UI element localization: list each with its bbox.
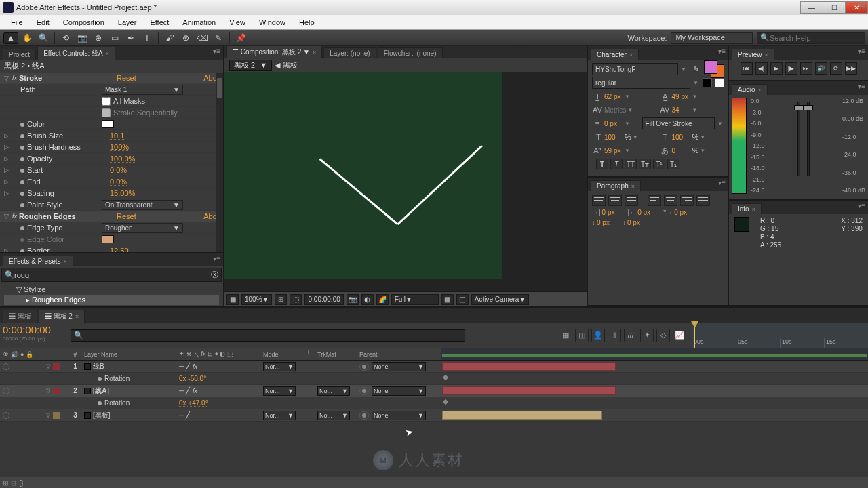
auto-keyframe-icon[interactable]: ◇ bbox=[656, 329, 670, 342]
layer-label[interactable] bbox=[53, 363, 60, 370]
brainstorm-icon[interactable]: ✦ bbox=[640, 329, 654, 342]
trkmat-select[interactable]: No...▼ bbox=[317, 386, 350, 396]
font-style-select[interactable]: regular bbox=[592, 77, 690, 89]
type-tool-icon[interactable]: T bbox=[140, 32, 155, 44]
visibility-toggle[interactable] bbox=[3, 412, 9, 419]
composition-canvas[interactable] bbox=[224, 72, 502, 279]
timecode[interactable]: 0:00:00:00 00000 (25.00 fps) bbox=[0, 323, 68, 348]
menu-effect[interactable]: Effect bbox=[143, 17, 176, 28]
blend-mode-select[interactable]: Nor...▼ bbox=[263, 386, 296, 396]
paint-style-select[interactable]: On Transparent▼ bbox=[102, 200, 183, 210]
tab-flowchart[interactable]: Flowchart: (none) bbox=[378, 47, 443, 58]
spacing-value[interactable]: 15.00% bbox=[110, 189, 135, 197]
panel-menu-icon[interactable]: ▾≡ bbox=[213, 47, 220, 55]
layer-search[interactable]: 🔍 bbox=[71, 329, 465, 342]
mask-toggle-icon[interactable]: ◫ bbox=[456, 294, 469, 305]
menu-file[interactable]: File bbox=[4, 17, 30, 28]
rotate-tool-icon[interactable]: ⟲ bbox=[58, 32, 73, 44]
rotation-value[interactable]: 0x -50.0° bbox=[179, 375, 206, 382]
audio-slider-left[interactable] bbox=[797, 102, 800, 176]
time-ruler[interactable]: 00s05s10s15s bbox=[692, 323, 868, 348]
layer-row[interactable]: ▽2[线A]─ ╱ fxNor...▼No...▼None▼ bbox=[0, 385, 868, 397]
vscale-value[interactable]: 100 bbox=[604, 134, 623, 141]
workspace-select[interactable]: My Workspace bbox=[671, 32, 753, 44]
keyframe-icon[interactable] bbox=[443, 399, 448, 405]
grid-icon[interactable]: ▦ bbox=[441, 294, 454, 305]
indent-left[interactable]: →| 0 px bbox=[592, 209, 621, 216]
audio-icon[interactable]: 🔊 bbox=[815, 62, 827, 75]
panel-menu-icon[interactable]: ▾≡ bbox=[213, 255, 220, 262]
prev-frame-icon[interactable]: ◀| bbox=[755, 62, 768, 75]
align-center-icon[interactable] bbox=[608, 195, 622, 206]
panel-menu-icon[interactable]: ▾≡ bbox=[858, 202, 865, 209]
pickwhip-icon[interactable] bbox=[359, 387, 369, 395]
eyedropper-icon[interactable]: ✎ bbox=[690, 63, 701, 75]
pickwhip-icon[interactable] bbox=[359, 363, 369, 371]
edge-type-select[interactable]: Roughen▼ bbox=[102, 223, 183, 233]
brush-tool-icon[interactable]: 🖌 bbox=[162, 32, 177, 44]
border-value[interactable]: 12.50 bbox=[110, 247, 129, 252]
visibility-toggle[interactable] bbox=[3, 363, 9, 370]
breadcrumb-item[interactable]: 黑板 bbox=[283, 60, 298, 70]
camera-tool-icon[interactable]: 📷 bbox=[75, 32, 90, 44]
current-time-indicator[interactable] bbox=[694, 323, 695, 348]
frame-blend-icon[interactable]: ⫴ bbox=[608, 329, 621, 342]
tracking-value[interactable]: 34 bbox=[672, 106, 691, 114]
roi-icon[interactable]: ⬚ bbox=[290, 294, 302, 305]
resolution-select[interactable]: Full ▼ bbox=[391, 294, 439, 305]
resolution-icon[interactable]: ⊞ bbox=[275, 294, 287, 305]
menu-edit[interactable]: Edit bbox=[30, 17, 56, 28]
search-help-input[interactable] bbox=[770, 34, 862, 42]
work-area-bar[interactable] bbox=[442, 354, 867, 357]
visibility-toggle[interactable] bbox=[3, 388, 9, 394]
audio-slider-right[interactable] bbox=[807, 102, 810, 176]
layer-label[interactable] bbox=[53, 388, 60, 394]
alpha-toggle-icon[interactable]: ▦ bbox=[226, 294, 239, 305]
justify-left-icon[interactable] bbox=[648, 195, 661, 206]
snapshot-icon[interactable]: 📷 bbox=[347, 294, 359, 305]
composition-viewport[interactable] bbox=[224, 72, 587, 291]
tab-audio[interactable]: Audio× bbox=[732, 84, 768, 95]
reset-link[interactable]: Reset bbox=[117, 74, 136, 82]
panel-menu-icon[interactable]: ▾≡ bbox=[718, 179, 726, 186]
tab-composition[interactable]: ☰ Composition: 黑板 2 ▼× bbox=[226, 45, 322, 58]
channel-icon[interactable]: ◐ bbox=[361, 294, 374, 305]
search-help[interactable]: 🔍 bbox=[757, 32, 865, 44]
opacity-value[interactable]: 100.0% bbox=[110, 155, 135, 163]
font-size-value[interactable]: 62 px bbox=[604, 93, 623, 100]
camera-select[interactable]: Active Camera ▼ bbox=[471, 294, 529, 305]
subscript-button[interactable]: T₁ bbox=[667, 159, 679, 169]
graph-editor-icon[interactable]: 📈 bbox=[673, 329, 686, 342]
keyframe-icon[interactable] bbox=[443, 375, 448, 380]
indent-right[interactable]: |← 0 px bbox=[628, 209, 657, 216]
align-left-icon[interactable] bbox=[592, 195, 606, 206]
bold-button[interactable]: T bbox=[596, 159, 608, 169]
toggle-switches-icon[interactable]: ⊞ bbox=[3, 479, 8, 487]
solo-col-icon[interactable]: ● bbox=[20, 351, 24, 358]
next-frame-icon[interactable]: |▶ bbox=[785, 62, 797, 75]
tab-effect-controls[interactable]: Effect Controls: 线A× bbox=[37, 47, 115, 60]
stroke-color-swatch[interactable] bbox=[102, 120, 114, 128]
indent-first[interactable]: *→ 0 px bbox=[663, 209, 693, 216]
menu-animation[interactable]: Animation bbox=[176, 17, 222, 28]
tab-layer[interactable]: Layer: (none) bbox=[323, 47, 376, 58]
tab-info[interactable]: Info× bbox=[732, 203, 762, 214]
clear-icon[interactable]: ⓧ bbox=[211, 270, 218, 280]
stroke-swatch[interactable] bbox=[715, 78, 724, 87]
twirl-icon[interactable]: ▽ bbox=[45, 388, 52, 394]
brush-size-value[interactable]: 10.1 bbox=[110, 131, 124, 140]
leading-value[interactable]: 49 px bbox=[672, 93, 691, 100]
first-frame-icon[interactable]: ⏮ bbox=[741, 62, 753, 75]
selection-tool-icon[interactable]: ▲ bbox=[3, 32, 18, 44]
pan-behind-tool-icon[interactable]: ⊕ bbox=[91, 32, 106, 44]
tab-effects-presets[interactable]: Effects & Presets× bbox=[3, 256, 73, 266]
zoom-select[interactable]: 100% ▼ bbox=[241, 294, 272, 305]
comp-mini-icon[interactable]: ▦ bbox=[559, 329, 572, 342]
fx-icon[interactable]: fx bbox=[12, 75, 19, 81]
panel-menu-icon[interactable]: ▾≡ bbox=[718, 47, 726, 55]
ram-preview-icon[interactable]: ▶▶ bbox=[845, 62, 857, 75]
justify-right-icon[interactable] bbox=[680, 195, 694, 206]
all-masks-check[interactable] bbox=[102, 97, 111, 106]
effect-roughen[interactable]: ▽ fx Roughen Edges Reset About bbox=[0, 211, 223, 222]
menu-window[interactable]: Window bbox=[252, 17, 292, 28]
